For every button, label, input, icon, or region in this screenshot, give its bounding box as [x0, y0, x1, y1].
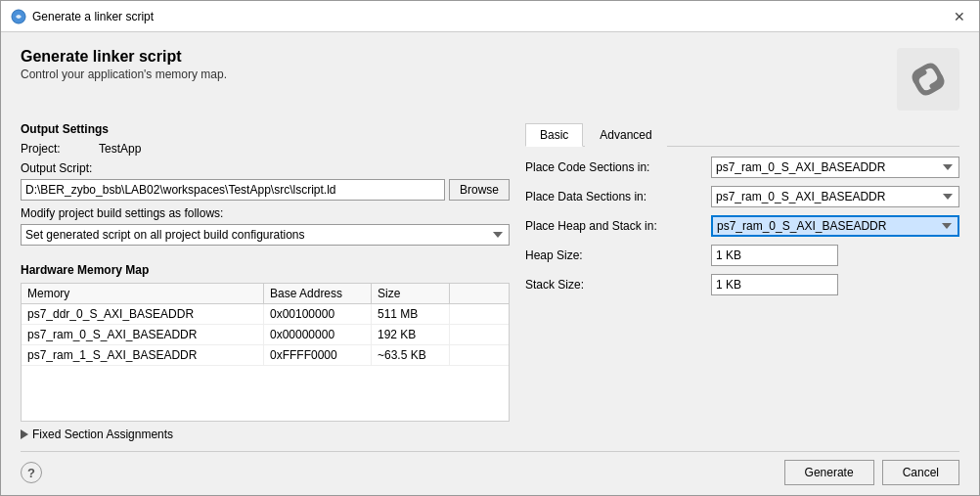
help-button[interactable]: ? — [21, 462, 42, 483]
tab-basic[interactable]: Basic — [525, 123, 583, 147]
dialog-icon — [11, 9, 26, 24]
dialog-body: Generate linker script Control your appl… — [1, 32, 979, 495]
stack-size-input[interactable] — [711, 274, 838, 295]
col-size: Size — [372, 284, 450, 303]
row2-extra — [450, 345, 509, 365]
generate-button[interactable]: Generate — [784, 460, 874, 485]
left-panel: Output Settings Project: TestApp Output … — [21, 122, 510, 443]
output-script-input[interactable] — [21, 179, 445, 201]
title-bar-text: Generate a linker script — [32, 10, 154, 23]
row0-extra — [450, 304, 509, 324]
col-base-address: Base Address — [264, 284, 372, 303]
heap-size-label: Heap Size: — [525, 248, 711, 262]
dialog-title: Generate linker script — [21, 48, 227, 66]
heap-size-input[interactable] — [711, 245, 838, 266]
place-data-dropdown[interactable]: ps7_ram_0_S_AXI_BASEADDR ps7_ddr_0_S_AXI… — [711, 186, 959, 207]
place-data-row: Place Data Sections in: ps7_ram_0_S_AXI_… — [525, 186, 959, 207]
output-settings-title: Output Settings — [21, 122, 510, 136]
project-value: TestApp — [99, 142, 141, 156]
row2-size: ~63.5 KB — [372, 345, 450, 365]
browse-button[interactable]: Browse — [449, 179, 510, 201]
place-heap-dropdown[interactable]: ps7_ram_0_S_AXI_BASEADDR ps7_ddr_0_S_AXI… — [711, 215, 959, 237]
tab-bar: Basic Advanced — [525, 122, 959, 147]
dialog-header-text: Generate linker script Control your appl… — [21, 48, 227, 81]
tab-advanced[interactable]: Advanced — [585, 123, 666, 147]
dialog-header: Generate linker script Control your appl… — [21, 48, 959, 111]
chain-icon — [897, 48, 959, 111]
modify-label: Modify project build settings as follows… — [21, 206, 510, 220]
dialog-window: Generate a linker script ✕ Generate link… — [0, 0, 980, 496]
row1-size: 192 KB — [372, 325, 450, 344]
place-heap-row: Place Heap and Stack in: ps7_ram_0_S_AXI… — [525, 215, 959, 237]
triangle-icon — [21, 429, 28, 439]
table-row[interactable]: ps7_ddr_0_S_AXI_BASEADDR 0x00100000 511 … — [22, 304, 509, 325]
col-extra — [450, 284, 509, 303]
row0-base: 0x00100000 — [264, 304, 372, 324]
output-script-row: Browse — [21, 179, 510, 201]
place-code-dropdown[interactable]: ps7_ram_0_S_AXI_BASEADDR ps7_ddr_0_S_AXI… — [711, 157, 959, 178]
project-row: Project: TestApp — [21, 142, 510, 156]
dialog-subtitle: Control your application's memory map. — [21, 68, 227, 81]
right-panel: Basic Advanced Place Code Sections in: p… — [525, 122, 959, 443]
hw-memory-title: Hardware Memory Map — [21, 263, 510, 277]
heap-size-row: Heap Size: — [525, 245, 959, 266]
hw-memory-section: Hardware Memory Map Memory Base Address … — [21, 263, 510, 422]
place-heap-label: Place Heap and Stack in: — [525, 219, 711, 233]
row1-extra — [450, 325, 509, 344]
table-row[interactable]: ps7_ram_0_S_AXI_BASEADDR 0x00000000 192 … — [22, 325, 509, 345]
place-code-row: Place Code Sections in: ps7_ram_0_S_AXI_… — [525, 157, 959, 178]
hw-memory-table: Memory Base Address Size ps7_ddr_0_S_AXI… — [21, 283, 510, 422]
stack-size-row: Stack Size: — [525, 274, 959, 295]
row1-memory: ps7_ram_0_S_AXI_BASEADDR — [22, 325, 264, 344]
cancel-button[interactable]: Cancel — [882, 460, 959, 485]
right-form: Place Code Sections in: ps7_ram_0_S_AXI_… — [525, 157, 959, 295]
place-code-label: Place Code Sections in: — [525, 160, 711, 174]
footer-left: ? — [21, 462, 777, 483]
row1-base: 0x00000000 — [264, 325, 372, 344]
col-memory: Memory — [22, 284, 264, 303]
close-button[interactable]: ✕ — [950, 7, 969, 26]
fixed-section-row[interactable]: Fixed Section Assignments — [21, 422, 510, 443]
title-bar-left: Generate a linker script — [11, 9, 154, 24]
place-data-label: Place Data Sections in: — [525, 190, 711, 203]
row0-size: 511 MB — [372, 304, 450, 324]
title-bar: Generate a linker script ✕ — [1, 1, 979, 32]
stack-size-label: Stack Size: — [525, 278, 711, 292]
output-script-label: Output Script: — [21, 161, 510, 175]
row2-base: 0xFFFF0000 — [264, 345, 372, 365]
table-header: Memory Base Address Size — [22, 284, 509, 304]
svg-rect-1 — [897, 48, 959, 111]
fixed-section-label: Fixed Section Assignments — [32, 428, 173, 441]
table-body: ps7_ddr_0_S_AXI_BASEADDR 0x00100000 511 … — [22, 304, 509, 366]
project-label: Project: — [21, 142, 99, 156]
modify-dropdown[interactable]: Set generated script on all project buil… — [21, 224, 510, 246]
table-row[interactable]: ps7_ram_1_S_AXI_BASEADDR 0xFFFF0000 ~63.… — [22, 345, 509, 366]
main-content: Output Settings Project: TestApp Output … — [21, 122, 959, 443]
row2-memory: ps7_ram_1_S_AXI_BASEADDR — [22, 345, 264, 365]
dialog-footer: ? Generate Cancel — [21, 451, 959, 485]
row0-memory: ps7_ddr_0_S_AXI_BASEADDR — [22, 304, 264, 324]
